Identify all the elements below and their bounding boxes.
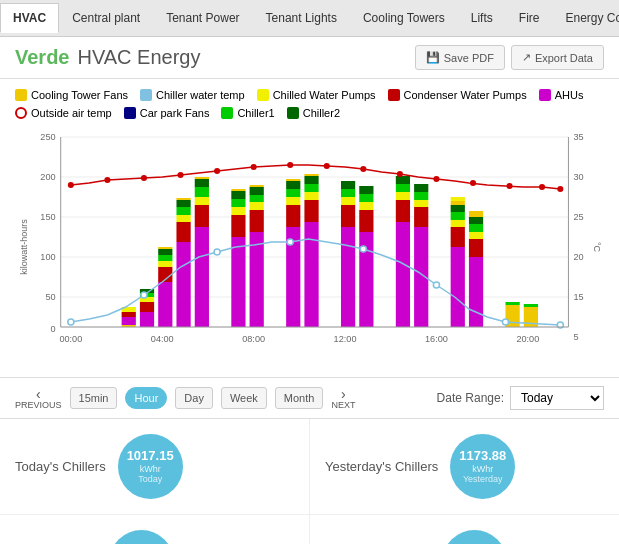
svg-rect-46 [195,177,209,179]
yesterdays-chillers-circle: 1173.88 kWhr Yesterday [450,434,515,499]
legend-color-car-park-fans [124,107,136,119]
page-title: HVAC Energy [77,46,200,69]
previous-button[interactable]: ‹ PREVIOUS [15,387,62,410]
svg-rect-47 [231,237,245,327]
nav-tab-central-plant[interactable]: Central plant [59,3,153,33]
yesterdays-chillers-value: 1173.88 [459,449,506,463]
svg-rect-39 [176,200,190,207]
nav-tab-hvac[interactable]: HVAC [0,3,59,33]
nav-tab-tenant-power[interactable]: Tenant Power [153,3,252,33]
time-week-button[interactable]: Week [221,387,267,409]
svg-text:15: 15 [574,292,584,302]
save-pdf-button[interactable]: 💾 Save PDF [415,45,505,70]
svg-rect-77 [359,210,373,232]
todays-chillers-period: Today [138,474,162,484]
nav-tab-energy-comparison[interactable]: Energy Comparison [552,3,619,33]
nav-tabs-row: HVAC Central plant Tenant Power Tenant L… [0,3,619,33]
svg-rect-81 [396,222,410,327]
stat-card-yesterdays-chillers: Yesterday's Chillers 1173.88 kWhr Yester… [310,419,619,514]
date-range-section: Date Range: Today Yesterday This Week Th… [437,386,604,410]
svg-rect-42 [195,205,209,227]
time-day-button[interactable]: Day [175,387,213,409]
time-month-button[interactable]: Month [275,387,324,409]
svg-rect-103 [469,211,483,217]
legend-color-outside-air-temp [15,107,27,119]
legend-chilled-water-pumps: Chilled Water Pumps [257,89,376,101]
date-range-select[interactable]: Today Yesterday This Week This Month [510,386,604,410]
svg-text:100: 100 [40,252,55,262]
svg-rect-69 [304,176,318,184]
legend-cooling-tower-fans: Cooling Tower Fans [15,89,128,101]
chart-legend: Cooling Tower Fans Chiller water temp Ch… [15,89,604,119]
svg-rect-44 [195,187,209,197]
svg-rect-29 [158,282,172,327]
svg-rect-21 [122,317,136,325]
svg-rect-107 [524,304,538,307]
svg-rect-79 [359,194,373,202]
nav-tab-fire[interactable]: Fire [506,3,553,33]
svg-text:00:00: 00:00 [59,334,82,344]
svg-point-126 [287,239,293,245]
svg-rect-99 [469,239,483,257]
svg-rect-71 [341,227,355,327]
svg-rect-61 [286,197,300,205]
time-hour-button[interactable]: Hour [125,387,167,409]
nav-tab-tenant-lights[interactable]: Tenant Lights [253,3,350,33]
svg-text:°C: °C [592,242,602,253]
export-data-button[interactable]: ↗ Export Data [511,45,604,70]
stats-row-1: Today's Chillers 1017.15 kWhr Today Yest… [0,419,619,515]
todays-chillers-circle: 1017.15 kWhr Today [118,434,183,499]
svg-point-124 [141,292,147,298]
svg-rect-88 [414,200,428,207]
next-button[interactable]: › NEXT [331,387,355,410]
svg-point-114 [287,162,293,168]
svg-point-116 [360,166,366,172]
top-navigation: HVAC Central plant Tenant Power Tenant L… [0,0,619,37]
svg-rect-33 [158,249,172,255]
svg-rect-66 [304,200,318,222]
svg-rect-40 [176,198,190,200]
svg-point-121 [539,184,545,190]
svg-text:0: 0 [51,324,56,334]
svg-rect-82 [396,200,410,222]
yesterdays-chillers-period: Yesterday [463,474,503,484]
svg-rect-48 [231,215,245,237]
svg-rect-84 [396,184,410,192]
svg-rect-87 [414,207,428,227]
chart-svg: 250 200 150 100 50 0 kilowatt-hours 35 3… [15,127,604,367]
prev-chevron-icon: ‹ [36,387,41,401]
svg-point-117 [397,171,403,177]
todays-chillers-unit: kWhr [140,464,161,474]
svg-rect-43 [195,197,209,205]
legend-color-chiller-water-temp [140,89,152,101]
svg-rect-94 [451,212,465,220]
svg-text:12:00: 12:00 [334,334,357,344]
svg-text:150: 150 [40,212,55,222]
svg-rect-80 [359,186,373,194]
legend-chiller2: Chiller2 [287,107,340,119]
svg-point-118 [433,176,439,182]
svg-rect-37 [176,215,190,222]
legend-chiller-water-temp: Chiller water temp [140,89,245,101]
svg-text:04:00: 04:00 [151,334,174,344]
svg-rect-53 [250,232,264,327]
svg-text:5: 5 [574,332,579,342]
svg-rect-74 [341,189,355,197]
svg-rect-56 [250,195,264,202]
legend-color-cooling-tower-fans [15,89,27,101]
svg-text:35: 35 [574,132,584,142]
svg-rect-67 [304,192,318,200]
nav-tab-cooling-towers[interactable]: Cooling Towers [350,3,458,33]
nav-tab-lifts[interactable]: Lifts [458,3,506,33]
svg-point-128 [433,282,439,288]
next-chevron-icon: › [341,387,346,401]
svg-rect-55 [250,202,264,210]
svg-rect-75 [341,181,355,189]
svg-rect-52 [231,189,245,191]
legend-color-ahus [539,89,551,101]
svg-rect-50 [231,199,245,207]
svg-point-113 [251,164,257,170]
svg-rect-96 [451,201,465,205]
svg-point-108 [68,182,74,188]
interval-15min-button[interactable]: 15min [70,387,118,409]
